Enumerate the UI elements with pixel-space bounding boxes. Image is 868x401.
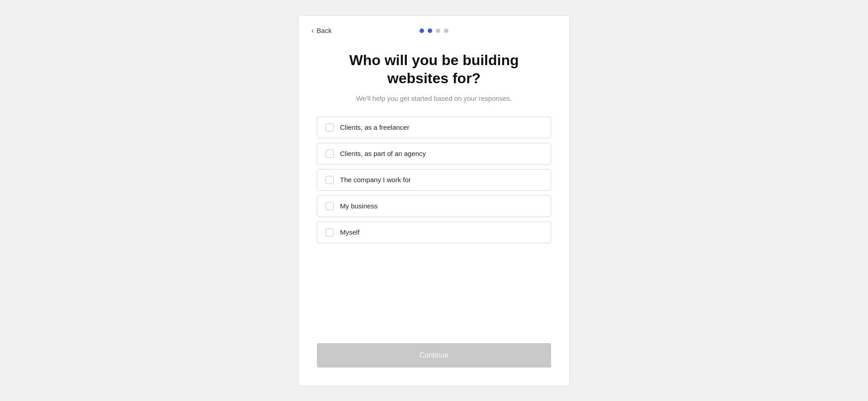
page-title: Who will you be building websites for? bbox=[317, 51, 551, 87]
option-label-company: The company I work for bbox=[340, 176, 411, 184]
option-label-myself: Myself bbox=[340, 228, 359, 236]
option-company[interactable]: The company I work for bbox=[317, 169, 551, 191]
checkbox-freelancer bbox=[326, 123, 334, 132]
option-agency[interactable]: Clients, as part of an agency bbox=[317, 143, 551, 165]
option-label-agency: Clients, as part of an agency bbox=[340, 150, 426, 157]
continue-button[interactable]: Continue bbox=[317, 343, 551, 368]
progress-dot-1 bbox=[420, 28, 424, 33]
progress-dot-2 bbox=[428, 28, 432, 33]
option-label-my-business: My business bbox=[340, 202, 377, 210]
back-chevron-icon: ‹ bbox=[311, 27, 314, 35]
progress-dot-4 bbox=[444, 28, 448, 33]
progress-dots bbox=[420, 28, 448, 33]
modal-content: Who will you be building websites for? W… bbox=[299, 42, 569, 386]
checkbox-my-business bbox=[326, 202, 334, 210]
checkbox-company bbox=[326, 176, 334, 184]
back-button[interactable]: ‹ Back bbox=[311, 27, 332, 35]
checkbox-agency bbox=[326, 150, 334, 158]
page-subtitle: We'll help you get started based on your… bbox=[317, 94, 551, 102]
back-label: Back bbox=[316, 27, 331, 34]
spacer bbox=[317, 261, 551, 343]
option-myself[interactable]: Myself bbox=[317, 222, 551, 243]
option-label-freelancer: Clients, as a freelancer bbox=[340, 123, 409, 131]
modal-header: ‹ Back bbox=[299, 16, 569, 42]
option-my-business[interactable]: My business bbox=[317, 195, 551, 217]
options-list: Clients, as a freelancer Clients, as par… bbox=[317, 117, 551, 243]
modal: ‹ Back Who will you be building websites… bbox=[298, 15, 570, 386]
progress-dot-3 bbox=[436, 28, 440, 33]
checkbox-myself bbox=[326, 228, 334, 236]
option-freelancer[interactable]: Clients, as a freelancer bbox=[317, 117, 551, 138]
